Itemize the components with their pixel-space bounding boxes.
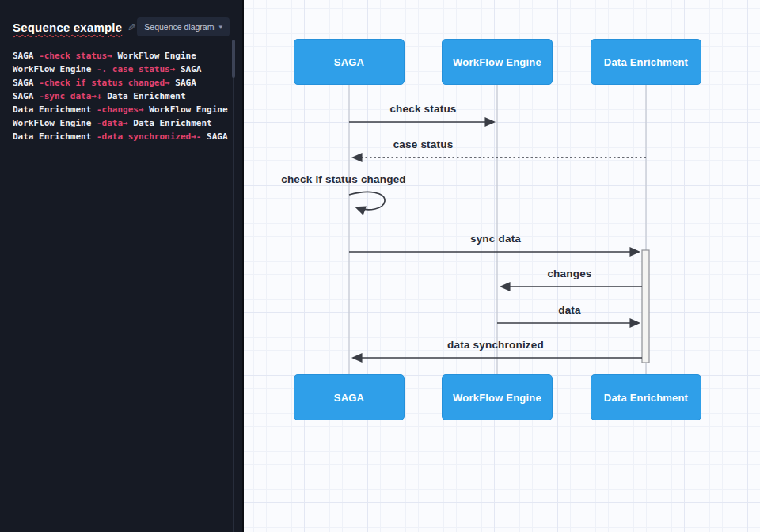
- code-text: Data Enrichment: [13, 131, 97, 142]
- code-line[interactable]: SAGA -check status→ WorkFlow Engine: [13, 49, 230, 63]
- editor-scrollbar[interactable]: [233, 40, 234, 532]
- code-text: SAGA: [175, 64, 201, 74]
- code-arrow-token: -. case status→: [97, 64, 175, 74]
- code-text: Data Enrichment: [102, 91, 186, 101]
- actor-box-workflow-engine-bottom: WorkFlow Engine: [442, 374, 553, 420]
- code-arrow-token: -data→: [97, 118, 128, 128]
- code-line[interactable]: WorkFlow Engine -data→ Data Enrichment: [13, 116, 230, 130]
- chevron-down-icon: ▾: [218, 23, 222, 31]
- code-text: SAGA: [13, 91, 39, 101]
- code-arrow-token: -data synchronized→-: [97, 131, 201, 142]
- code-arrow-token: -check if status changed→: [39, 78, 170, 88]
- actor-box-data-enrichment-top: Data Enrichment: [591, 39, 701, 85]
- editor-panel: Sequence example ✎ Sequence diagram ▾ SA…: [0, 0, 244, 532]
- message-label-case-status: case status: [349, 139, 497, 150]
- editor-scrollbar-thumb[interactable]: [232, 40, 235, 78]
- code-text: WorkFlow Engine: [112, 51, 196, 61]
- code-text: Data Enrichment: [128, 118, 212, 128]
- code-text: WorkFlow Engine: [13, 118, 97, 128]
- app-window: Sequence example ✎ Sequence diagram ▾ SA…: [0, 0, 760, 532]
- message-label-changes: changes: [497, 268, 642, 279]
- message-label-check-status: check status: [349, 103, 497, 115]
- code-editor[interactable]: SAGA -check status→ WorkFlow Engine Work…: [13, 49, 230, 143]
- code-line[interactable]: Data Enrichment -data synchronized→- SAG…: [13, 130, 230, 143]
- code-arrow-token: -check status→: [39, 51, 112, 61]
- diagram-title[interactable]: Sequence example: [13, 21, 122, 34]
- actor-box-saga-bottom: SAGA: [294, 374, 405, 420]
- message-label-data: data: [497, 304, 642, 316]
- actor-box-data-enrichment-bottom: Data Enrichment: [591, 374, 701, 420]
- code-text: SAGA: [13, 78, 39, 88]
- message-label-data-synchronized: data synchronized: [349, 339, 642, 351]
- arrow-self-loop: [349, 192, 385, 210]
- editor-header: Sequence example ✎ Sequence diagram ▾: [13, 17, 230, 36]
- code-text: WorkFlow Engine: [13, 64, 97, 74]
- activation-bar: [642, 250, 649, 363]
- code-text: WorkFlow Engine: [144, 104, 228, 115]
- diagram-type-label: Sequence diagram: [144, 22, 214, 32]
- actor-box-workflow-engine-top: WorkFlow Engine: [442, 39, 553, 85]
- code-line[interactable]: WorkFlow Engine -. case status→ SAGA: [13, 63, 230, 76]
- code-text: SAGA: [13, 51, 39, 61]
- actor-box-saga-top: SAGA: [294, 39, 405, 85]
- code-line[interactable]: Data Enrichment -changes→ WorkFlow Engin…: [13, 103, 230, 116]
- code-arrow-token: -changes→: [97, 104, 144, 115]
- diagram-type-dropdown[interactable]: Sequence diagram ▾: [137, 17, 230, 36]
- message-label-self-check: check if status changed: [272, 173, 415, 185]
- message-label-sync-data: sync data: [349, 233, 642, 245]
- code-text: SAGA: [170, 78, 196, 88]
- edit-pencil-icon[interactable]: ✎: [127, 21, 136, 33]
- code-line[interactable]: SAGA -sync data→+ Data Enrichment: [13, 89, 230, 103]
- code-line[interactable]: SAGA -check if status changed→ SAGA: [13, 76, 230, 89]
- code-arrow-token: -sync data→+: [39, 91, 101, 101]
- code-text: Data Enrichment: [13, 104, 97, 115]
- code-text: SAGA: [201, 131, 227, 142]
- diagram-canvas[interactable]: SAGA WorkFlow Engine Data Enrichment SAG…: [244, 0, 760, 532]
